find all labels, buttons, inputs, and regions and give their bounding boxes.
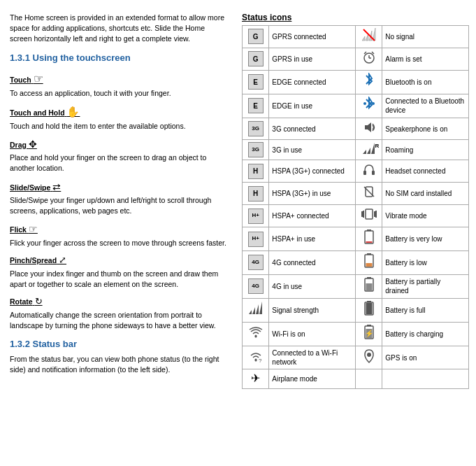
status-label-left-8: HSPA+ connected: [269, 205, 356, 227]
status-label-right-7: No SIM card installed: [382, 183, 469, 205]
status-icon2-8: [355, 205, 382, 227]
status-icon2-5: R: [355, 140, 382, 160]
rotate-desc: Automatically change the screen orientat…: [10, 310, 228, 331]
drag-desc: Place and hold your finger on the screen…: [10, 153, 228, 174]
status-label-left-7: HSPA (3G+) in use: [269, 183, 356, 205]
status-label-left-0: GPRS connected: [269, 26, 356, 48]
status-label-right-8: Vibrate mode: [382, 205, 469, 227]
svg-text:⚡: ⚡: [365, 329, 374, 338]
status-icon-10: 4G: [243, 251, 269, 275]
status-icon2-0: [355, 26, 382, 48]
status-label-right-12: Battery is full: [382, 298, 469, 322]
touch-heading: Touch ☞: [10, 71, 228, 87]
status-icon-1: G: [243, 48, 269, 70]
status-icon2-1: [355, 48, 382, 70]
status-icons-table: GGPRS connectedNo signalGGPRS in useAlar…: [242, 25, 469, 389]
status-icon-5: 3G: [243, 140, 269, 160]
status-label-right-0: No signal: [382, 26, 469, 48]
svg-point-48: [367, 353, 371, 357]
svg-marker-36: [256, 304, 259, 314]
status-label-right-1: Alarm is set: [382, 48, 469, 70]
svg-rect-33: [366, 283, 372, 290]
svg-rect-30: [366, 263, 372, 267]
status-label-left-2: EDGE connected: [269, 70, 356, 94]
flick-desc: Flick your finger across the screen to m…: [10, 238, 228, 248]
status-icon-8: H+: [243, 205, 269, 227]
status-label-right-9: Battery is very low: [382, 227, 469, 251]
status-label-right-10: Battery is low: [382, 251, 469, 275]
svg-marker-15: [371, 143, 375, 154]
svg-marker-12: [365, 122, 371, 132]
status-icon-6: H: [243, 160, 269, 183]
touchhold-heading: Touch and Hold ✋: [10, 104, 228, 120]
status-label-right-3: Connected to a Bluetooth device: [382, 94, 469, 118]
slideswipe-heading: Slide/Swipe ⇄: [10, 180, 228, 194]
status-label-left-1: GPRS in use: [269, 48, 356, 70]
status-icons-title: Status icons: [242, 13, 469, 22]
status-icon2-4: [355, 118, 382, 140]
section-1-heading: 1.3.1 Using the touchscreen: [10, 52, 228, 65]
status-icon2-14: [355, 346, 382, 369]
pinch-desc: Place your index finger and thumb on the…: [10, 269, 228, 290]
status-icon2-7: [355, 183, 382, 205]
status-label-left-12: Signal strength: [269, 298, 356, 322]
svg-text:?: ?: [259, 358, 262, 362]
svg-marker-13: [363, 150, 366, 154]
touchhold-desc: Touch and hold the item to enter the ava…: [10, 121, 228, 132]
slideswipe-desc: Slide/Swipe your finger up/down and left…: [10, 195, 228, 216]
svg-marker-14: [367, 148, 370, 154]
status-label-left-9: HSPA+ in use: [269, 227, 356, 251]
drag-heading: Drag ✥: [10, 137, 228, 151]
svg-line-9: [372, 52, 374, 54]
status-icon-11: 4G: [243, 274, 269, 298]
touch-desc: To access an application, touch it with …: [10, 88, 228, 99]
svg-marker-0: [362, 36, 365, 41]
status-label-left-5: 3G in use: [269, 140, 356, 160]
status-label-right-14: GPS is on: [382, 346, 469, 369]
svg-marker-34: [249, 310, 252, 314]
status-label-left-15: Airplane mode: [269, 369, 356, 389]
status-label-right-15: [382, 369, 469, 389]
status-label-right-4: Speakerphone is on: [382, 118, 469, 140]
status-icon2-15: [355, 369, 382, 389]
status-label-right-11: Battery is partially drained: [382, 274, 469, 298]
status-label-left-4: 3G connected: [269, 118, 356, 140]
pinch-heading: Pinch/Spread ⤢: [10, 254, 228, 267]
svg-rect-40: [366, 303, 372, 314]
status-icon-2: E: [243, 70, 269, 94]
status-label-right-6: Headset connected: [382, 160, 469, 183]
status-icon-7: H: [243, 183, 269, 205]
status-label-right-5: Roaming: [382, 140, 469, 160]
status-icon2-10: [355, 251, 382, 275]
status-icon-3: E: [243, 94, 269, 118]
section-2-heading: 1.3.2 Status bar: [10, 338, 228, 351]
status-icon-14: ?: [243, 346, 269, 369]
status-icon2-9: [355, 227, 382, 251]
status-label-left-3: EDGE in use: [269, 94, 356, 118]
status-icon-0: G: [243, 26, 269, 48]
statusbar-desc: From the status bar, you can view both p…: [10, 354, 228, 375]
right-column: Status icons GGPRS connectedNo signalGGP…: [238, 7, 476, 459]
status-label-left-10: 4G connected: [269, 251, 356, 275]
svg-rect-16: [363, 171, 366, 175]
status-label-left-6: HSPA (3G+) connected: [269, 160, 356, 183]
svg-marker-35: [252, 307, 255, 314]
status-icon-4: 3G: [243, 118, 269, 140]
status-icon2-6: [355, 160, 382, 183]
svg-line-8: [364, 52, 366, 54]
svg-point-41: [254, 335, 257, 337]
rotate-heading: Rotate ↻: [10, 295, 228, 309]
svg-line-4: [363, 29, 375, 41]
status-icon-15: ✈: [243, 369, 269, 389]
svg-rect-17: [372, 171, 375, 175]
status-icon-13: [243, 322, 269, 346]
status-icon2-12: [355, 298, 382, 322]
left-column: The Home screen is provided in an extend…: [0, 7, 238, 459]
status-icon-9: H+: [243, 227, 269, 251]
svg-marker-37: [259, 302, 262, 314]
status-icon2-13: ⚡: [355, 322, 382, 346]
status-label-right-2: Bluetooth is on: [382, 70, 469, 94]
svg-point-11: [372, 102, 375, 105]
flick-heading: Flick ☞: [10, 222, 228, 236]
status-icon-12: [243, 298, 269, 322]
